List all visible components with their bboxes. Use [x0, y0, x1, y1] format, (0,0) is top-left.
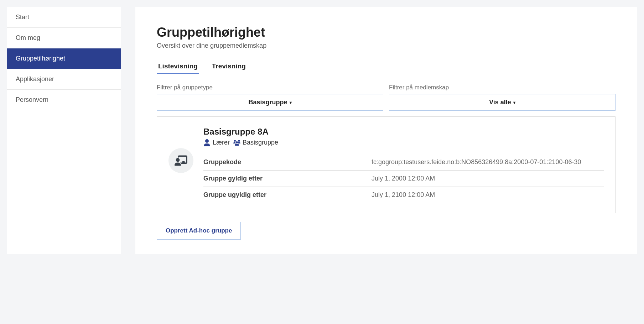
page-subtitle: Oversikt over dine gruppemedlemskap	[157, 42, 616, 49]
detail-row-gyldig-etter: Gruppe gyldig etter July 1, 2000 12:00 A…	[203, 171, 604, 187]
filter-grouptype-value: Basisgruppe	[248, 99, 287, 106]
detail-row-ugyldig-etter: Gruppe ugyldig etter July 1, 2100 12:00 …	[203, 187, 604, 203]
caret-down-icon: ▾	[513, 100, 515, 105]
tab-listevisning[interactable]: Listevisning	[157, 59, 199, 74]
group-name: Basisgruppe 8A	[203, 127, 604, 137]
filter-membership-col: Filtrer på medlemskap Vis alle ▾	[389, 84, 616, 111]
sidebar-item-applikasjoner[interactable]: Applikasjoner	[7, 69, 121, 90]
detail-label: Gruppe ugyldig etter	[203, 191, 372, 199]
tabs: Listevisning Trevisning	[157, 59, 616, 74]
role-label: Lærer	[213, 139, 230, 146]
group-detail-table: Gruppekode fc:gogroup:testusers.feide.no…	[203, 154, 604, 203]
chalkboard-user-icon	[175, 154, 187, 167]
filter-membership-label: Filtrer på medlemskap	[389, 84, 616, 91]
detail-label: Gruppekode	[203, 158, 372, 166]
detail-value: fc:gogroup:testusers.feide.no:b:NO856326…	[372, 158, 604, 166]
detail-value: July 1, 2000 12:00 AM	[372, 175, 604, 182]
filter-membership-value: Vis alle	[489, 99, 511, 106]
user-icon	[203, 139, 211, 146]
role-badge: Lærer	[203, 139, 230, 146]
filter-membership-select[interactable]: Vis alle ▾	[389, 94, 616, 111]
type-badge: Basisgruppe	[233, 139, 278, 146]
sidebar-item-personvern[interactable]: Personvern	[7, 90, 121, 110]
create-adhoc-group-button[interactable]: Opprett Ad-hoc gruppe	[157, 222, 241, 240]
main-content: Gruppetilhørighet Oversikt over dine gru…	[135, 7, 637, 254]
filter-grouptype-col: Filtrer på gruppetype Basisgruppe ▾	[157, 84, 383, 111]
users-icon	[233, 139, 240, 146]
page-title: Gruppetilhørighet	[157, 25, 616, 40]
detail-row-gruppekode: Gruppekode fc:gogroup:testusers.feide.no…	[203, 154, 604, 171]
group-badges: Lærer Basisgruppe	[203, 139, 604, 146]
type-label: Basisgruppe	[243, 139, 278, 146]
sidebar-item-gruppetilhorighet[interactable]: Gruppetilhørighet	[7, 48, 121, 69]
group-avatar	[168, 148, 193, 173]
detail-value: July 1, 2100 12:00 AM	[372, 191, 604, 199]
caret-down-icon: ▾	[290, 100, 292, 105]
detail-label: Gruppe gyldig etter	[203, 175, 372, 182]
sidebar-item-om-meg[interactable]: Om meg	[7, 28, 121, 48]
sidebar-item-start[interactable]: Start	[7, 7, 121, 28]
filter-grouptype-select[interactable]: Basisgruppe ▾	[157, 94, 383, 111]
filters-row: Filtrer på gruppetype Basisgruppe ▾ Filt…	[157, 84, 616, 111]
sidebar: Start Om meg Gruppetilhørighet Applikasj…	[7, 7, 121, 254]
filter-grouptype-label: Filtrer på gruppetype	[157, 84, 383, 91]
tab-trevisning[interactable]: Trevisning	[211, 59, 247, 74]
group-card: Basisgruppe 8A Lærer Basisgruppe	[157, 116, 616, 213]
